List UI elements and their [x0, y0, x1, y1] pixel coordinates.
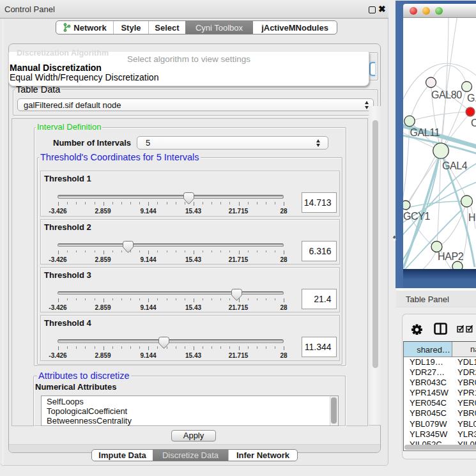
svg-text:GAL4: GAL4 — [442, 160, 468, 171]
svg-text:C: C — [471, 118, 476, 128]
svg-text:GAL11: GAL11 — [410, 127, 440, 138]
svg-text:GAL80: GAL80 — [431, 89, 462, 100]
svg-text:G.: G. — [467, 93, 476, 104]
svg-text:GCY1: GCY1 — [403, 211, 430, 222]
svg-text:H: H — [468, 212, 475, 223]
svg-text:HAP2: HAP2 — [438, 251, 464, 262]
